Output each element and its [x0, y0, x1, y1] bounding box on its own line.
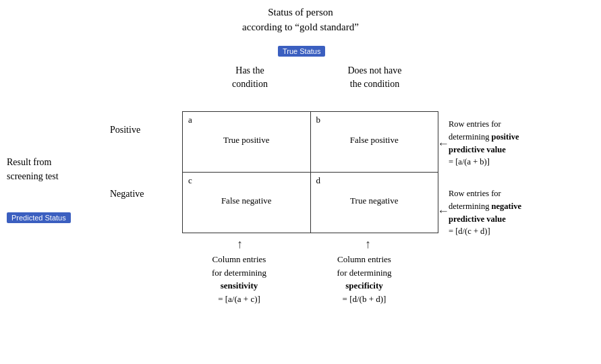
- row-label-negative: Negative: [110, 189, 144, 200]
- arrow-positive-predictive: ←: [437, 137, 449, 151]
- heading-line2: according to “gold standard”: [242, 22, 359, 32]
- cell-d: d True negative: [310, 173, 438, 233]
- col-header-has-condition: Has the condition: [188, 64, 312, 92]
- left-label: Result from screening test: [7, 155, 59, 183]
- row-label-positive: Positive: [110, 125, 140, 135]
- cell-c: c False negative: [183, 173, 311, 233]
- true-status-badge: True Status: [278, 46, 325, 57]
- heading-line1: Status of person: [268, 7, 333, 18]
- cell-a: a True positive: [183, 112, 311, 173]
- right-annot-positive-predictive: Row entries for determining positive pre…: [449, 118, 597, 169]
- predicted-status-badge: Predicted Status: [7, 212, 71, 223]
- arrow-specificity: ↑: [365, 237, 371, 251]
- top-heading: Status of person according to “gold stan…: [0, 5, 601, 35]
- arrow-negative-predictive: ←: [437, 204, 449, 218]
- main-container: Status of person according to “gold stan…: [0, 0, 601, 364]
- bottom-annot-specificity: Column entries for determining specifici…: [314, 253, 415, 305]
- arrow-sensitivity: ↑: [237, 237, 243, 251]
- right-annot-negative-predictive: Row entries for determining negative pre…: [449, 187, 597, 238]
- bottom-annot-sensitivity: Column entries for determining sensitivi…: [190, 253, 288, 305]
- col-header-no-condition: Does not have the condition: [312, 64, 437, 92]
- confusion-matrix-table: a True positive b False positive c False…: [182, 111, 438, 233]
- cell-b: b False positive: [310, 112, 438, 173]
